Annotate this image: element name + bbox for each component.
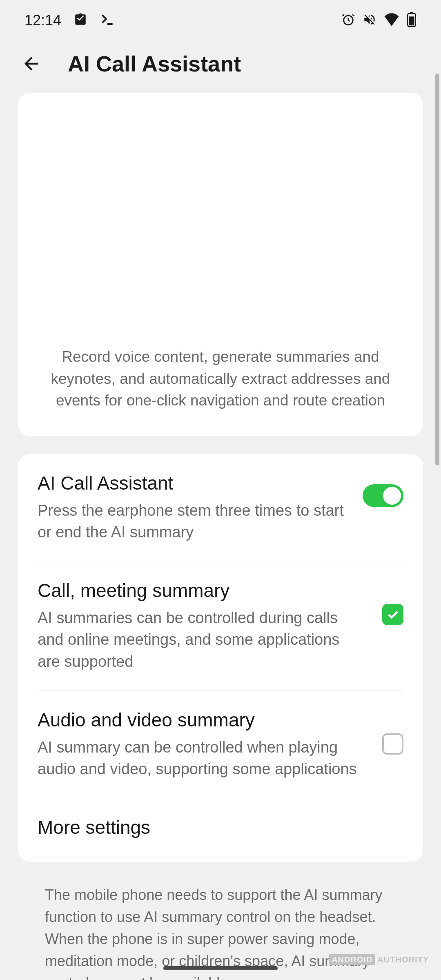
toggle-ai-call-assistant[interactable] — [363, 484, 403, 507]
intro-card: Record voice content, generate summaries… — [18, 93, 423, 436]
checkbox-call-meeting-summary[interactable] — [382, 604, 403, 625]
setting-call-meeting-summary[interactable]: Call, meeting summary AI summaries can b… — [38, 561, 403, 691]
content-area: Record voice content, generate summaries… — [0, 93, 441, 980]
setting-text: More settings — [38, 816, 403, 844]
arrow-left-icon — [21, 53, 42, 74]
footer-line2: When the phone is in super power saving … — [45, 931, 370, 980]
setting-description: Press the earphone stem three times to s… — [38, 500, 346, 543]
status-bar-left: 12:14 — [24, 12, 115, 29]
intro-description: Record voice content, generate summaries… — [34, 346, 407, 412]
status-bar-right — [341, 12, 416, 29]
footer-note: The mobile phone needs to support the AI… — [18, 880, 423, 980]
setting-title: Call, meeting summary — [38, 579, 366, 601]
setting-ai-call-assistant[interactable]: AI Call Assistant Press the earphone ste… — [38, 454, 403, 561]
setting-text: Call, meeting summary AI summaries can b… — [38, 579, 366, 673]
setting-more-settings[interactable]: More settings — [38, 798, 403, 862]
clipboard-icon — [74, 13, 87, 28]
setting-text: Audio and video summary AI summary can b… — [38, 709, 366, 780]
setting-text: AI Call Assistant Press the earphone ste… — [38, 472, 346, 543]
nav-handle[interactable] — [163, 966, 278, 970]
scrollbar[interactable] — [435, 74, 439, 466]
setting-description: AI summary can be controlled when playin… — [38, 737, 366, 780]
back-button[interactable] — [20, 52, 43, 75]
check-icon — [386, 608, 400, 621]
setting-title: More settings — [38, 816, 403, 838]
watermark-light: AUTHORITY — [377, 955, 429, 964]
setting-description: AI summaries can be controlled during ca… — [38, 607, 366, 673]
watermark-bold: ANDROID — [329, 954, 375, 965]
page-title: AI Call Assistant — [68, 51, 241, 76]
battery-icon — [407, 12, 416, 29]
clock-time: 12:14 — [24, 12, 61, 29]
setting-title: AI Call Assistant — [38, 472, 346, 494]
toggle-knob — [383, 487, 401, 505]
footer-line1: The mobile phone needs to support the AI… — [45, 886, 382, 925]
alarm-icon — [341, 13, 355, 28]
watermark: ANDROID AUTHORITY — [329, 955, 429, 964]
status-bar: 12:14 — [0, 0, 441, 41]
svg-rect-2 — [410, 12, 413, 13]
settings-card: AI Call Assistant Press the earphone ste… — [18, 454, 423, 862]
setting-title: Audio and video summary — [38, 709, 366, 731]
wifi-icon — [384, 13, 399, 28]
checkbox-audio-video-summary[interactable] — [382, 733, 403, 755]
terminal-icon — [100, 12, 115, 29]
page-header: AI Call Assistant — [0, 41, 441, 93]
intro-illustration — [34, 109, 407, 346]
mute-icon — [363, 13, 376, 28]
setting-audio-video-summary[interactable]: Audio and video summary AI summary can b… — [38, 691, 403, 798]
svg-rect-3 — [409, 16, 414, 25]
